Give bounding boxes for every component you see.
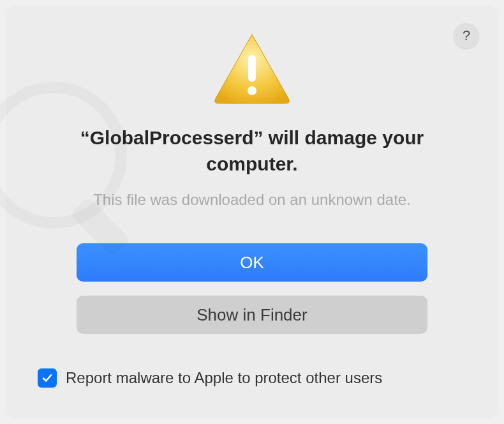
- ok-button[interactable]: OK: [77, 243, 427, 282]
- help-button[interactable]: ?: [454, 23, 479, 49]
- alert-dialog: ? “GlobalProcesserd” will damage your co…: [6, 5, 498, 419]
- show-in-finder-label: Show in Finder: [196, 305, 307, 325]
- ok-button-label: OK: [240, 253, 264, 273]
- help-icon: ?: [463, 27, 470, 44]
- report-malware-label: Report malware to Apple to protect other…: [66, 369, 382, 387]
- dialog-title: “GlobalProcesserd” will damage your comp…: [34, 125, 470, 177]
- dialog-subtitle: This file was downloaded on an unknown d…: [93, 191, 411, 209]
- report-malware-row: Report malware to Apple to protect other…: [34, 368, 382, 388]
- svg-point-1: [248, 86, 256, 95]
- svg-rect-0: [248, 55, 256, 82]
- show-in-finder-button[interactable]: Show in Finder: [77, 296, 427, 334]
- report-malware-checkbox[interactable]: [38, 368, 57, 388]
- checkmark-icon: [41, 372, 54, 384]
- warning-triangle-icon: [211, 31, 293, 109]
